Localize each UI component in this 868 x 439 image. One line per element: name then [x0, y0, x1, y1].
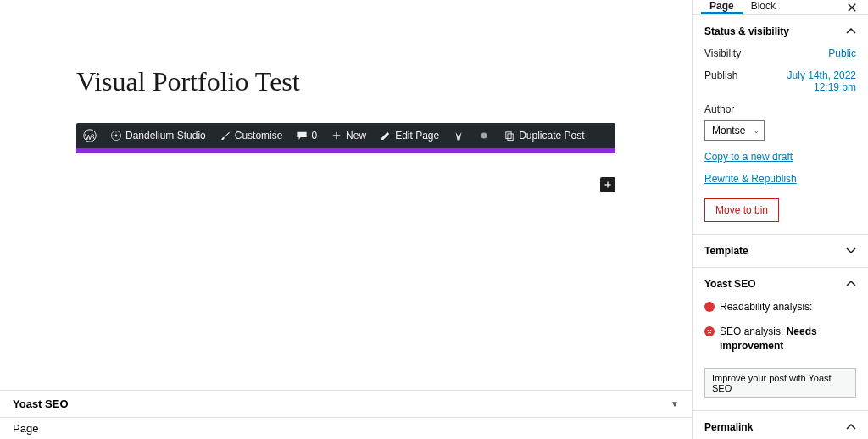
duplicate-label: Duplicate Post	[519, 130, 584, 142]
yoast-icon	[453, 130, 465, 142]
svg-rect-9	[506, 132, 511, 139]
misc-icon-2[interactable]	[471, 123, 497, 148]
pencil-icon	[380, 130, 392, 142]
author-select-value: Montse	[704, 120, 765, 141]
edit-page-item[interactable]: Edit Page	[373, 123, 446, 148]
visibility-value[interactable]: Public	[828, 47, 856, 59]
panel-status-visibility: Status & visibility Visibility Public Pu…	[693, 15, 868, 235]
panel-template: Template	[693, 235, 868, 268]
comment-icon	[296, 130, 308, 142]
svg-point-15	[708, 330, 709, 331]
circle-icon	[478, 130, 490, 142]
author-label: Author	[704, 103, 856, 115]
svg-rect-10	[508, 134, 513, 141]
new-item[interactable]: New	[324, 123, 373, 148]
breadcrumb[interactable]: Page	[0, 418, 692, 439]
svg-point-2	[115, 135, 118, 137]
svg-rect-12	[604, 184, 610, 185]
panel-permalink: Permalink URL Slug	[693, 411, 868, 439]
dashboard-icon	[110, 130, 122, 142]
improve-yoast-button[interactable]: Improve your post with Yoast SEO	[704, 368, 856, 398]
seo-analysis-row[interactable]: SEO analysis: Needs improvement	[704, 325, 856, 353]
svg-rect-7	[333, 135, 340, 136]
comments-count: 0	[311, 130, 317, 142]
panel-status-header[interactable]: Status & visibility	[693, 15, 868, 47]
customise-label: Customise	[235, 130, 283, 142]
sidebar-tabs: Page Block	[693, 0, 868, 15]
copy-icon	[504, 130, 515, 142]
chevron-up-icon	[846, 28, 856, 35]
chevron-down-icon: ▼	[670, 399, 679, 408]
author-field: Author Montse ⌄	[704, 103, 856, 141]
panel-status-title: Status & visibility	[704, 25, 789, 37]
rewrite-republish-link[interactable]: Rewrite & Republish	[704, 173, 856, 185]
panel-yoast-header[interactable]: Yoast SEO	[693, 268, 868, 300]
readability-label: Readability analysis:	[720, 300, 812, 314]
chevron-up-icon	[846, 281, 856, 287]
comments-item[interactable]: 0	[289, 123, 324, 148]
publish-value[interactable]: July 14th, 2022 12:19 pm	[763, 69, 856, 93]
panel-template-header[interactable]: Template	[693, 235, 868, 267]
misc-icon-1[interactable]	[446, 123, 471, 148]
wp-logo[interactable]	[76, 123, 103, 148]
yoast-metabox-header[interactable]: Yoast SEO ▼	[0, 391, 692, 418]
tab-page[interactable]: Page	[701, 0, 743, 14]
new-label: New	[346, 130, 366, 142]
publish-label: Publish	[704, 69, 737, 81]
tab-block[interactable]: Block	[743, 0, 784, 14]
panel-yoast-title: Yoast SEO	[704, 278, 755, 290]
customise-item[interactable]: Customise	[213, 123, 290, 148]
panel-template-title: Template	[704, 245, 748, 257]
site-name-label: Dandelium Studio	[125, 130, 206, 142]
visibility-label: Visibility	[704, 47, 741, 59]
chevron-down-icon	[846, 247, 856, 254]
edit-page-label: Edit Page	[395, 130, 439, 142]
panel-yoast-seo: Yoast SEO Readability analysis: SEO anal…	[693, 268, 868, 411]
chevron-up-icon	[846, 424, 856, 431]
duplicate-post-item[interactable]: Duplicate Post	[497, 123, 591, 148]
publish-row[interactable]: Publish July 14th, 2022 12:19 pm	[704, 69, 856, 93]
close-sidebar-button[interactable]	[836, 0, 868, 14]
editor-main: Visual Portfolio Test Dandelium Studio C…	[0, 0, 692, 439]
brush-icon	[220, 130, 231, 142]
breadcrumb-label: Page	[13, 422, 38, 435]
seo-analysis-text: SEO analysis: Needs improvement	[720, 325, 856, 353]
yoast-metabox-title: Yoast SEO	[13, 397, 69, 410]
svg-point-16	[710, 330, 712, 331]
add-block-button[interactable]	[600, 177, 615, 192]
panel-permalink-header[interactable]: Permalink	[693, 411, 868, 439]
visibility-row[interactable]: Visibility Public	[704, 47, 856, 59]
sad-face-icon	[704, 326, 715, 336]
site-name-item[interactable]: Dandelium Studio	[103, 123, 213, 148]
move-to-bin-button[interactable]: Move to bin	[704, 198, 779, 222]
copy-draft-link[interactable]: Copy to a new draft	[704, 151, 856, 163]
author-select[interactable]: Montse ⌄	[704, 120, 765, 141]
page-title[interactable]: Visual Portfolio Test	[76, 66, 615, 97]
readability-row[interactable]: Readability analysis:	[704, 300, 856, 314]
bottom-metaboxes: Yoast SEO ▼ Page	[0, 390, 692, 439]
plus-icon	[331, 130, 342, 142]
svg-point-8	[481, 133, 487, 139]
wp-admin-bar: Dandelium Studio Customise 0	[76, 123, 615, 148]
settings-sidebar: Page Block Status & visibility Visibilit…	[692, 0, 868, 439]
red-bullet-icon	[704, 302, 715, 312]
panel-permalink-title: Permalink	[704, 421, 753, 433]
